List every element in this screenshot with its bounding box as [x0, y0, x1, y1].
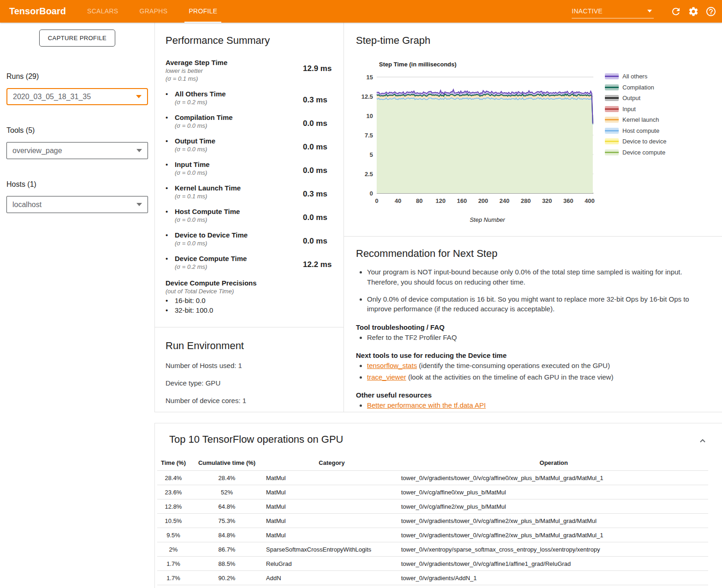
table-row: 28.4%28.4%MatMultower_0/v/gradients/towe… — [157, 471, 708, 485]
legend-item-host-compute: Host compute — [605, 127, 666, 134]
metric-value: 12.9 ms — [303, 59, 343, 82]
bullet: • — [166, 137, 175, 153]
svg-text:400: 400 — [585, 197, 595, 204]
table-row: 12.8%64.8%MatMultower_0/v/cg/affine2/xw_… — [157, 499, 708, 514]
perf-metric-row: •Device Compute Time(σ = 0.2 ms)12.2 ms — [166, 255, 343, 270]
subsection-heading: Next tools to use for reducing the Devic… — [356, 351, 704, 359]
ops-category: MatMul — [264, 499, 399, 514]
ops-category: MatMul — [264, 471, 399, 485]
legend-label: Output — [622, 95, 640, 101]
top-ops-table: Time (%)Cumulative time (%)CategoryOpera… — [157, 457, 708, 588]
chart-legend: All othersCompilationOutputInputKernel l… — [605, 61, 666, 223]
hosts-select[interactable]: localhost — [6, 196, 148, 213]
precisions-subtitle: (out of Total Device Time) — [166, 288, 343, 295]
bullet: • — [166, 208, 175, 223]
bullet: • — [166, 297, 175, 304]
device-compute-precisions: Device Compute Precisions (out of Total … — [166, 279, 343, 314]
svg-text:240: 240 — [499, 197, 509, 204]
recommendation-subsection: Other useful resourcesBetter performance… — [356, 391, 704, 410]
ops-operation: tower_0/v/gradients/tower_0/v/cg/affine1… — [399, 557, 708, 571]
link-trace-viewer[interactable]: trace_viewer — [367, 373, 406, 381]
bullet: • — [166, 113, 175, 129]
ops-time: 23.6% — [157, 485, 189, 499]
ops-operation: tower_0/v/cg/affine0/xw_plus_b/MatMul — [399, 485, 708, 499]
metric-sigma: (σ = 0.0 ms) — [175, 169, 210, 176]
tab-graphs[interactable]: GRAPHS — [135, 0, 172, 23]
legend-item-input: Input — [605, 106, 666, 113]
table-row: 1.7%91.9%ApplyGradientDescentappend_appl… — [157, 585, 708, 588]
legend-label: Host compute — [622, 127, 659, 134]
capture-profile-button[interactable]: CAPTURE PROFILE — [39, 30, 115, 47]
status-dropdown[interactable]: INACTIVE — [572, 5, 654, 18]
legend-item-device-to-device: Device to device — [605, 138, 666, 145]
ops-cumulative: 28.4% — [189, 471, 264, 485]
link-tensorflow-stats[interactable]: tensorflow_stats — [367, 362, 417, 369]
metric-sigma: (σ = 0.0 ms) — [175, 146, 215, 153]
run-env-line: Number of device cores: 1 — [166, 397, 343, 404]
tools-select[interactable]: overview_page — [6, 142, 148, 159]
metric-value: 0.0 ms — [303, 231, 343, 247]
app-title: TensorBoard — [0, 0, 83, 23]
metric-label: Device Compute Time — [175, 255, 247, 262]
svg-text:10: 10 — [367, 113, 373, 119]
metric-sigma: (σ = 0.0 ms) — [175, 122, 233, 129]
tab-profile[interactable]: PROFILE — [184, 0, 221, 23]
runs-select[interactable]: 2020_03_05_18_31_35 — [6, 88, 148, 105]
metric-value: 12.2 ms — [303, 255, 343, 270]
recommendation-title: Recommendation for Next Step — [356, 248, 704, 260]
ops-cumulative: 52% — [189, 485, 264, 499]
ops-operation: tower_0/v/gradients/tower_0/v/cg/affine2… — [399, 528, 708, 542]
subsection-item: tensorflow_stats (identify the time-cons… — [367, 361, 704, 370]
ops-category: MatMul — [264, 528, 399, 542]
metric-value: 0.0 ms — [303, 160, 343, 176]
top-ops-title: Top 10 TensorFlow operations on GPU — [169, 434, 708, 445]
chevron-down-icon — [647, 10, 652, 12]
help-icon[interactable] — [705, 6, 716, 17]
ops-category: SparseSoftmaxCrossEntropyWithLogits — [264, 542, 399, 557]
settings-icon[interactable] — [688, 6, 699, 17]
ops-cumulative: 86.7% — [189, 542, 264, 557]
step-time-graph-section: Step-time Graph Step Time (in millisecon… — [344, 23, 722, 237]
legend-label: Device to device — [622, 138, 666, 145]
svg-text:120: 120 — [436, 197, 446, 204]
run-env-line: Number of Hosts used: 1 — [166, 362, 343, 369]
tab-scalars[interactable]: SCALARS — [83, 0, 122, 23]
ops-time: 9.5% — [157, 528, 189, 542]
svg-text:200: 200 — [478, 197, 488, 204]
metric-sigma: (σ = 0.2 ms) — [175, 263, 247, 270]
runs-label: Runs (29) — [6, 72, 148, 81]
ops-operation: tower_0/v/xentropy/sparse_softmax_cross_… — [399, 542, 708, 557]
perf-metric-row: •All Others Time(σ = 0.2 ms)0.3 ms — [166, 90, 343, 106]
subsection-item: trace_viewer (look at the activities on … — [367, 372, 704, 382]
perf-metric-row: •Compilation Time(σ = 0.0 ms)0.0 ms — [166, 113, 343, 129]
table-row: 1.7%90.2%AddNtower_0/v/gradients/AddN_1 — [157, 571, 708, 585]
refresh-icon[interactable] — [670, 6, 681, 17]
sidebar: CAPTURE PROFILE Runs (29) 2020_03_05_18_… — [0, 23, 154, 588]
link-better-performance-with-the-tf-data-api[interactable]: Better performance with the tf.data API — [367, 401, 486, 409]
svg-text:40: 40 — [395, 197, 401, 204]
hosts-select-value: localhost — [12, 201, 41, 209]
precision-item: •32-bit: 100.0 — [166, 306, 343, 314]
performance-summary-title: Performance Summary — [166, 35, 343, 47]
legend-swatch-icon — [605, 95, 619, 101]
precision-item: •16-bit: 0.0 — [166, 297, 343, 304]
metric-value: 0.3 ms — [303, 90, 343, 106]
svg-text:360: 360 — [563, 197, 574, 204]
legend-item-kernel-launch: Kernel launch — [605, 116, 666, 123]
legend-swatch-icon — [605, 106, 619, 112]
legend-swatch-icon — [605, 84, 619, 90]
legend-swatch-icon — [605, 128, 619, 134]
legend-swatch-icon — [605, 73, 619, 79]
ops-cumulative: 64.8% — [189, 499, 264, 514]
tools-select-value: overview_page — [12, 147, 62, 155]
svg-text:5: 5 — [370, 151, 373, 158]
legend-item-all-others: All others — [605, 73, 666, 80]
ops-time: 28.4% — [157, 471, 189, 485]
metric-value: 0.3 ms — [303, 184, 343, 200]
collapse-chevron-up-icon[interactable] — [697, 435, 708, 446]
metric-subtitle: lower is better — [166, 67, 303, 74]
metric-label: Output Time — [175, 137, 215, 145]
perf-metric-row: •Host Compute Time(σ = 0.0 ms)0.0 ms — [166, 208, 343, 223]
ops-category: AddN — [264, 571, 399, 585]
run-environment-title: Run Environment — [166, 340, 343, 352]
